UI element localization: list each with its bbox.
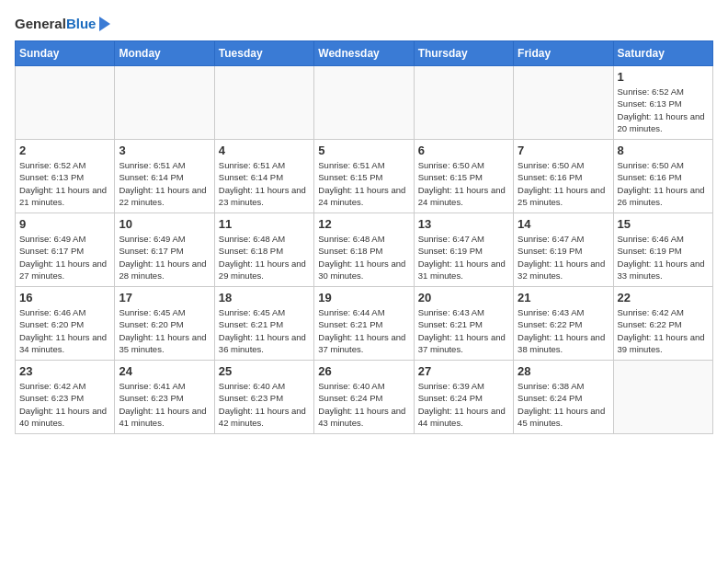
cell-4-4: 27Sunrise: 6:39 AM Sunset: 6:24 PM Dayli… [414, 361, 513, 434]
cell-2-5: 14Sunrise: 6:47 AM Sunset: 6:19 PM Dayli… [514, 213, 613, 287]
cell-1-4: 6Sunrise: 6:50 AM Sunset: 6:15 PM Daylig… [414, 140, 513, 213]
cell-2-1: 10Sunrise: 6:49 AM Sunset: 6:17 PM Dayli… [115, 213, 214, 287]
day-number-9: 9 [19, 217, 110, 231]
day-info-3: Sunrise: 6:51 AM Sunset: 6:14 PM Dayligh… [119, 159, 210, 208]
day-number-15: 15 [618, 217, 709, 231]
day-number-1: 1 [618, 70, 709, 84]
svg-marker-0 [99, 17, 110, 31]
logo-arrow-icon [97, 15, 116, 33]
day-number-22: 22 [618, 291, 709, 304]
day-info-19: Sunrise: 6:44 AM Sunset: 6:21 PM Dayligh… [318, 306, 409, 355]
cell-3-6: 22Sunrise: 6:42 AM Sunset: 6:22 PM Dayli… [613, 287, 712, 361]
day-info-1: Sunrise: 6:52 AM Sunset: 6:13 PM Dayligh… [618, 86, 709, 134]
day-info-24: Sunrise: 6:41 AM Sunset: 6:23 PM Dayligh… [119, 380, 210, 429]
cell-3-0: 16Sunrise: 6:46 AM Sunset: 6:20 PM Dayli… [16, 287, 115, 361]
day-info-27: Sunrise: 6:39 AM Sunset: 6:24 PM Dayligh… [418, 380, 509, 429]
day-info-9: Sunrise: 6:49 AM Sunset: 6:17 PM Dayligh… [19, 233, 110, 282]
week-row-0: 1Sunrise: 6:52 AM Sunset: 6:13 PM Daylig… [16, 66, 713, 140]
cell-0-2 [214, 66, 313, 140]
day-number-26: 26 [318, 364, 409, 378]
day-info-10: Sunrise: 6:49 AM Sunset: 6:17 PM Dayligh… [119, 233, 210, 282]
day-info-4: Sunrise: 6:51 AM Sunset: 6:14 PM Dayligh… [219, 159, 310, 208]
header-wednesday: Wednesday [314, 41, 414, 66]
cell-1-1: 3Sunrise: 6:51 AM Sunset: 6:14 PM Daylig… [115, 140, 214, 213]
day-info-11: Sunrise: 6:48 AM Sunset: 6:18 PM Dayligh… [219, 233, 310, 282]
cell-0-0 [16, 66, 115, 140]
cell-4-3: 26Sunrise: 6:40 AM Sunset: 6:24 PM Dayli… [314, 361, 414, 434]
cell-3-3: 19Sunrise: 6:44 AM Sunset: 6:21 PM Dayli… [314, 287, 414, 361]
day-number-16: 16 [19, 291, 110, 304]
week-row-2: 9Sunrise: 6:49 AM Sunset: 6:17 PM Daylig… [16, 213, 713, 287]
cell-2-4: 13Sunrise: 6:47 AM Sunset: 6:19 PM Dayli… [414, 213, 513, 287]
logo: GeneralBlue [15, 15, 116, 33]
header-saturday: Saturday [613, 41, 712, 66]
calendar-header-row: Sunday Monday Tuesday Wednesday Thursday… [16, 41, 713, 66]
day-number-2: 2 [19, 144, 110, 157]
day-info-6: Sunrise: 6:50 AM Sunset: 6:15 PM Dayligh… [418, 159, 509, 208]
header-sunday: Sunday [16, 41, 115, 66]
header-tuesday: Tuesday [214, 41, 313, 66]
cell-3-5: 21Sunrise: 6:43 AM Sunset: 6:22 PM Dayli… [514, 287, 613, 361]
cell-4-0: 23Sunrise: 6:42 AM Sunset: 6:23 PM Dayli… [16, 361, 115, 434]
cell-0-3 [314, 66, 414, 140]
calendar-table: Sunday Monday Tuesday Wednesday Thursday… [15, 40, 713, 434]
day-info-16: Sunrise: 6:46 AM Sunset: 6:20 PM Dayligh… [19, 306, 110, 355]
day-number-8: 8 [618, 144, 709, 157]
day-number-7: 7 [518, 144, 609, 157]
cell-1-5: 7Sunrise: 6:50 AM Sunset: 6:16 PM Daylig… [514, 140, 613, 213]
cell-0-5 [514, 66, 613, 140]
cell-4-2: 25Sunrise: 6:40 AM Sunset: 6:23 PM Dayli… [214, 361, 313, 434]
day-info-7: Sunrise: 6:50 AM Sunset: 6:16 PM Dayligh… [518, 159, 609, 208]
cell-1-2: 4Sunrise: 6:51 AM Sunset: 6:14 PM Daylig… [214, 140, 313, 213]
cell-3-1: 17Sunrise: 6:45 AM Sunset: 6:20 PM Dayli… [115, 287, 214, 361]
week-row-4: 23Sunrise: 6:42 AM Sunset: 6:23 PM Dayli… [16, 361, 713, 434]
day-info-2: Sunrise: 6:52 AM Sunset: 6:13 PM Dayligh… [19, 159, 110, 208]
day-info-17: Sunrise: 6:45 AM Sunset: 6:20 PM Dayligh… [119, 306, 210, 355]
calendar-body: 1Sunrise: 6:52 AM Sunset: 6:13 PM Daylig… [16, 66, 713, 434]
day-info-21: Sunrise: 6:43 AM Sunset: 6:22 PM Dayligh… [518, 306, 609, 355]
day-info-18: Sunrise: 6:45 AM Sunset: 6:21 PM Dayligh… [219, 306, 310, 355]
header-friday: Friday [514, 41, 613, 66]
day-number-5: 5 [318, 144, 409, 157]
day-number-12: 12 [318, 217, 409, 231]
day-info-23: Sunrise: 6:42 AM Sunset: 6:23 PM Dayligh… [19, 380, 110, 429]
cell-0-4 [414, 66, 513, 140]
day-number-27: 27 [418, 364, 509, 378]
cell-3-4: 20Sunrise: 6:43 AM Sunset: 6:21 PM Dayli… [414, 287, 513, 361]
day-number-14: 14 [518, 217, 609, 231]
cell-0-6: 1Sunrise: 6:52 AM Sunset: 6:13 PM Daylig… [613, 66, 712, 140]
cell-2-3: 12Sunrise: 6:48 AM Sunset: 6:18 PM Dayli… [314, 213, 414, 287]
day-number-4: 4 [219, 144, 310, 157]
day-number-13: 13 [418, 217, 509, 231]
day-info-26: Sunrise: 6:40 AM Sunset: 6:24 PM Dayligh… [318, 380, 409, 429]
cell-4-5: 28Sunrise: 6:38 AM Sunset: 6:24 PM Dayli… [514, 361, 613, 434]
day-info-15: Sunrise: 6:46 AM Sunset: 6:19 PM Dayligh… [618, 233, 709, 282]
day-number-24: 24 [119, 364, 210, 378]
cell-2-2: 11Sunrise: 6:48 AM Sunset: 6:18 PM Dayli… [214, 213, 313, 287]
cell-1-6: 8Sunrise: 6:50 AM Sunset: 6:16 PM Daylig… [613, 140, 712, 213]
header-thursday: Thursday [414, 41, 513, 66]
day-info-13: Sunrise: 6:47 AM Sunset: 6:19 PM Dayligh… [418, 233, 509, 282]
day-info-14: Sunrise: 6:47 AM Sunset: 6:19 PM Dayligh… [518, 233, 609, 282]
day-number-17: 17 [119, 291, 210, 304]
week-row-1: 2Sunrise: 6:52 AM Sunset: 6:13 PM Daylig… [16, 140, 713, 213]
day-number-10: 10 [119, 217, 210, 231]
cell-4-6 [613, 361, 712, 434]
day-number-3: 3 [119, 144, 210, 157]
day-number-6: 6 [418, 144, 509, 157]
cell-2-0: 9Sunrise: 6:49 AM Sunset: 6:17 PM Daylig… [16, 213, 115, 287]
cell-1-3: 5Sunrise: 6:51 AM Sunset: 6:15 PM Daylig… [314, 140, 414, 213]
cell-0-1 [115, 66, 214, 140]
day-number-18: 18 [219, 291, 310, 304]
day-number-21: 21 [518, 291, 609, 304]
day-number-25: 25 [219, 364, 310, 378]
week-row-3: 16Sunrise: 6:46 AM Sunset: 6:20 PM Dayli… [16, 287, 713, 361]
day-info-5: Sunrise: 6:51 AM Sunset: 6:15 PM Dayligh… [318, 159, 409, 208]
cell-3-2: 18Sunrise: 6:45 AM Sunset: 6:21 PM Dayli… [214, 287, 313, 361]
page-header: GeneralBlue [15, 15, 713, 33]
day-number-19: 19 [318, 291, 409, 304]
day-info-22: Sunrise: 6:42 AM Sunset: 6:22 PM Dayligh… [618, 306, 709, 355]
day-info-20: Sunrise: 6:43 AM Sunset: 6:21 PM Dayligh… [418, 306, 509, 355]
day-info-25: Sunrise: 6:40 AM Sunset: 6:23 PM Dayligh… [219, 380, 310, 429]
logo-blue-text: Blue [66, 16, 97, 31]
